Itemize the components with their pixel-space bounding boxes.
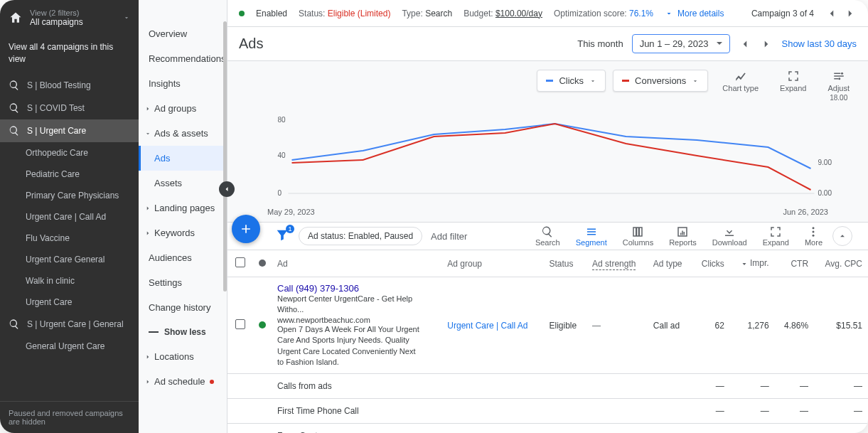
col-ctr[interactable]: CTR xyxy=(775,250,814,277)
nav-item[interactable]: Recommendations xyxy=(139,46,227,71)
chart-adjust-tool[interactable]: Adjust 18.00 xyxy=(820,70,857,102)
date-next-icon[interactable] xyxy=(760,38,773,50)
tool-segment[interactable]: Segment xyxy=(570,225,613,247)
segment-row[interactable]: First Time Phone Call———— xyxy=(227,399,868,424)
segment-row[interactable]: Form Capture———— xyxy=(227,424,868,433)
page-title: Ads xyxy=(239,36,263,52)
tool-more[interactable]: More xyxy=(799,225,828,247)
collapse-nav-button[interactable] xyxy=(219,181,235,197)
campaign-item[interactable]: Urgent Care | Call Ad xyxy=(0,206,139,228)
nav-item[interactable]: Change history xyxy=(139,295,227,320)
tool-download[interactable]: Download xyxy=(707,225,753,247)
show-last-30-link[interactable]: Show last 30 days xyxy=(781,38,857,49)
collapse-chart-button[interactable] xyxy=(832,226,852,246)
nav-item[interactable]: Ads xyxy=(139,146,227,171)
next-campaign-icon[interactable] xyxy=(844,7,857,20)
status-value[interactable]: Eligible (Limited) xyxy=(328,9,391,18)
scrollbar[interactable] xyxy=(223,21,227,292)
cell-adtype: Call ad xyxy=(648,277,692,374)
campaign-item[interactable]: Pediatric Care xyxy=(0,164,139,185)
chart-expand-tool[interactable]: Expand xyxy=(773,70,813,92)
campaign-item[interactable]: Walk in clinic xyxy=(0,270,139,292)
search-icon xyxy=(9,319,20,330)
chart-type-tool[interactable]: Chart type xyxy=(715,70,766,92)
campaign-item[interactable]: Orthopedic Care xyxy=(0,142,139,164)
nav-item[interactable]: Ad schedule xyxy=(139,369,227,394)
nav-item[interactable]: Keywords xyxy=(139,220,227,245)
chart-area: Clicks Conversions Chart type Expand xyxy=(227,61,868,223)
add-filter-link[interactable]: Add filter xyxy=(431,231,467,242)
sort-down-icon xyxy=(740,259,749,267)
tool-search[interactable]: Search xyxy=(530,225,566,247)
campaign-item[interactable]: S | Blood Testing xyxy=(0,74,139,97)
tool-reports[interactable]: Reports xyxy=(663,225,702,247)
col-ad[interactable]: Ad xyxy=(272,250,441,277)
view-all-link[interactable]: View all 4 campaigns in this view xyxy=(0,36,139,74)
campaign-item[interactable]: General Urgent Care xyxy=(0,336,139,357)
tool-expand[interactable]: Expand xyxy=(757,225,795,247)
nav-item[interactable]: Ad groups xyxy=(139,96,227,121)
svg-point-10 xyxy=(813,235,815,237)
campaign-item[interactable]: S | COVID Test xyxy=(0,97,139,119)
chevron-down-icon[interactable] xyxy=(123,14,130,21)
col-status[interactable]: Status xyxy=(543,250,586,277)
nav-item[interactable]: Ads & assets xyxy=(139,121,227,146)
filter-chip[interactable]: Ad status: Enabled, Paused xyxy=(299,227,422,245)
chevron-right-icon xyxy=(144,105,151,112)
col-impr[interactable]: Impr. xyxy=(730,250,775,277)
nav-item[interactable]: Settings xyxy=(139,270,227,295)
select-all-checkbox[interactable] xyxy=(235,257,245,267)
svg-point-0 xyxy=(841,73,843,75)
chevron-down-icon xyxy=(692,77,699,85)
campaign-item[interactable]: Primary Care Physicians xyxy=(0,185,139,206)
metric-clicks-button[interactable]: Clicks xyxy=(537,70,606,92)
optscore-value[interactable]: 76.1% xyxy=(629,9,653,18)
cell-ctr: 4.86% xyxy=(775,277,814,374)
campaign-item[interactable]: Urgent Care General xyxy=(0,249,139,270)
nav-item[interactable]: Assets xyxy=(139,171,227,196)
budget-value[interactable]: $100.00/day xyxy=(495,9,542,18)
status-label: Status: xyxy=(299,9,325,18)
filter-icon[interactable]: 1 xyxy=(274,228,290,245)
col-adgroup[interactable]: Ad group xyxy=(441,250,543,277)
add-ad-button[interactable] xyxy=(232,215,260,243)
campaign-item[interactable]: Urgent Care xyxy=(0,292,139,313)
nav-item[interactable]: Locations xyxy=(139,344,227,369)
campaign-item[interactable]: Flu Vaccine xyxy=(0,228,139,249)
nav-item[interactable]: Audiences xyxy=(139,245,227,270)
nav-sidebar: OverviewRecommendationsInsightsAd groups… xyxy=(139,0,227,433)
date-range-picker[interactable]: Jun 1 – 29, 2023 xyxy=(632,34,731,53)
col-adtype[interactable]: Ad type xyxy=(648,250,692,277)
view-title[interactable]: View (2 filters) All campaigns xyxy=(30,9,116,27)
nav-item[interactable]: Overview xyxy=(139,21,227,46)
segment-row[interactable]: Calls from ads———— xyxy=(227,374,868,399)
campaign-item[interactable]: S | Urgent Care | General xyxy=(0,313,139,336)
chevron-down-icon xyxy=(144,130,151,137)
more-details-link[interactable]: More details xyxy=(665,9,724,18)
ad-phone-link[interactable]: Call (949) 379-1306 xyxy=(277,283,436,294)
nav-item[interactable]: Insights xyxy=(139,71,227,96)
table-row[interactable]: Call (949) 379-1306 Newport Center Urgen… xyxy=(227,277,868,374)
home-icon[interactable] xyxy=(9,11,23,25)
cell-impr: 1,276 xyxy=(730,277,775,374)
type-label: Type: xyxy=(402,9,422,18)
show-less[interactable]: Show less xyxy=(139,320,227,344)
adgroup-link[interactable]: Urgent Care | Call Ad xyxy=(447,321,527,331)
metric-conversions-button[interactable]: Conversions xyxy=(613,70,708,92)
status-header-dot xyxy=(259,260,266,267)
budget-label: Budget: xyxy=(464,9,493,18)
campaign-item[interactable]: S | Urgent Care xyxy=(0,119,139,142)
period-label: This month xyxy=(577,38,623,49)
main-content: Enabled Status: Eligible (Limited) Type:… xyxy=(227,0,868,433)
cell-clicks: 62 xyxy=(692,277,730,374)
col-clicks[interactable]: Clicks xyxy=(692,250,730,277)
tool-columns[interactable]: Columns xyxy=(617,225,659,247)
svg-point-9 xyxy=(813,231,815,233)
svg-text:80: 80 xyxy=(278,116,286,124)
row-checkbox[interactable] xyxy=(235,319,245,329)
date-prev-icon[interactable] xyxy=(739,38,751,50)
prev-campaign-icon[interactable] xyxy=(825,7,838,20)
nav-item[interactable]: Landing pages xyxy=(139,196,227,220)
col-cpc[interactable]: Avg. CPC xyxy=(814,250,868,277)
col-adstrength[interactable]: Ad strength xyxy=(586,250,648,277)
